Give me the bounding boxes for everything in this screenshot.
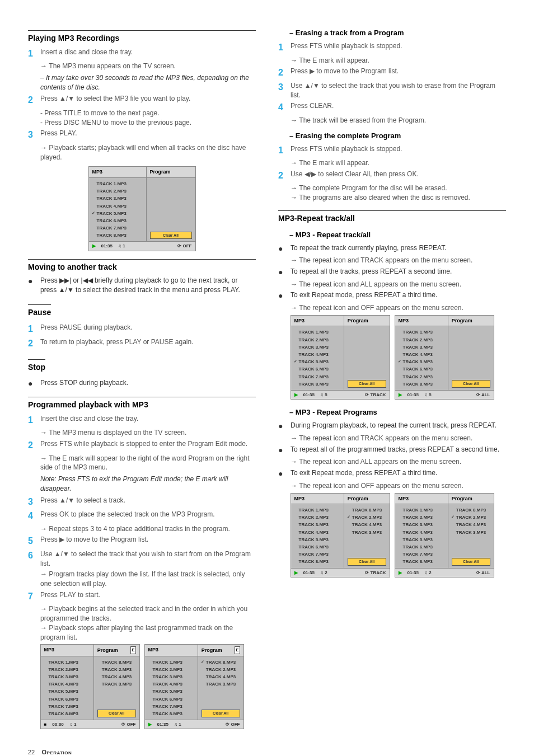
heading-stop: Stop xyxy=(28,359,45,373)
right-column: – Erasing a track from a Program 1Press … xyxy=(278,22,506,731)
step-num: 3 xyxy=(28,129,40,141)
mp3-panel: MP3ProgramE TRACK 1.MP3 TRACK 2.MP3 TRAC… xyxy=(40,644,140,729)
step-num: 1 xyxy=(28,48,40,60)
clear-all-button: Clear All xyxy=(150,232,192,240)
heading-erase-track: – Erasing a track from a Program xyxy=(289,28,506,38)
left-column: Playing MP3 Recordings 1Insert a disc an… xyxy=(28,22,256,731)
edit-mark-icon: E xyxy=(130,646,135,654)
heading-repeat-track: – MP3 - Repeat track/all xyxy=(289,230,506,240)
page-footer: 22 Operation xyxy=(28,748,506,756)
stop-icon: ■ xyxy=(44,721,47,727)
sub-line: - Press DISC MENU to move to the previou… xyxy=(40,118,256,128)
heading-programmed: Programmed playback with MP3 xyxy=(28,397,256,411)
mp3-panel: MP3Program TRACK 1.MP3 TRACK 2.MP3 TRACK… xyxy=(291,493,390,577)
mp3-panel: MP3Program TRACK 1.MP3 TRACK 2.MP3 TRACK… xyxy=(88,166,196,251)
result-line: The MP3 menu appears on the TV screen. xyxy=(40,62,256,71)
heading-playing: Playing MP3 Recordings xyxy=(28,30,256,44)
mp3-panel: MP3ProgramE TRACK 1.MP3 TRACK 2.MP3 TRAC… xyxy=(144,644,244,729)
step-num: 2 xyxy=(28,94,40,106)
bullet-body: Press ▶▶| or |◀◀ briefly during playback… xyxy=(40,276,256,295)
sub-line: - Press TITLE to move to the next page. xyxy=(40,109,256,118)
step-body: Press PLAY. xyxy=(40,129,256,138)
heading-repeat-programs: – MP3 - Repeat Programs xyxy=(289,407,506,417)
play-icon: ▶ xyxy=(92,243,96,249)
heading-repeat: MP3-Repeat track/all xyxy=(278,210,506,224)
step-body: Press ▲/▼ to select the MP3 file you wan… xyxy=(40,94,256,104)
bullet-dot: ● xyxy=(28,276,40,287)
heading-moving: Moving to another track xyxy=(28,259,256,273)
page-number: 22 xyxy=(28,749,35,755)
result-line: Playback starts; playback will end when … xyxy=(40,143,256,162)
edit-mark-icon: E xyxy=(235,646,240,654)
play-icon: ▶ xyxy=(148,721,152,727)
note: – It may take over 30 seconds to read th… xyxy=(40,73,256,92)
heading-pause: Pause xyxy=(28,304,51,318)
heading-erase-all: – Erasing the complete Program xyxy=(289,131,506,141)
section-title: Operation xyxy=(41,749,72,755)
mp3-panel: MP3Program TRACK 1.MP3 TRACK 2.MP3 TRACK… xyxy=(395,315,494,400)
mp3-panel: MP3Program TRACK 1.MP3 TRACK 2.MP3 TRACK… xyxy=(395,493,494,577)
mp3-panel: MP3Program TRACK 1.MP3 TRACK 2.MP3 TRACK… xyxy=(291,315,390,400)
step-body: Insert a disc and close the tray. xyxy=(40,48,256,57)
